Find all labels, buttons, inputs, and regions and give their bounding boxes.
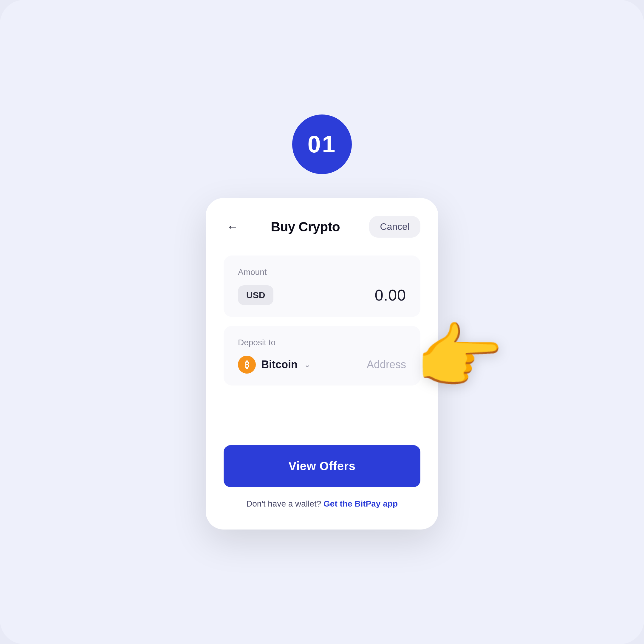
- spacer: [224, 386, 420, 445]
- deposit-label: Deposit to: [238, 338, 406, 347]
- view-offers-button[interactable]: View Offers: [224, 445, 420, 487]
- step-badge: 01: [292, 114, 352, 174]
- currency-badge[interactable]: USD: [238, 285, 273, 305]
- chevron-down-icon: ⌄: [304, 360, 311, 369]
- deposit-row: ₿ Bitcoin ⌄ Address: [238, 356, 406, 374]
- phone-header: ← Buy Crypto Cancel: [224, 216, 420, 238]
- address-placeholder[interactable]: Address: [367, 358, 406, 371]
- amount-section: Amount USD 0.00: [224, 256, 420, 317]
- hand-illustration: 👉: [415, 321, 504, 392]
- amount-value[interactable]: 0.00: [375, 286, 406, 304]
- back-arrow-icon: ←: [227, 220, 239, 233]
- phone-container: ← Buy Crypto Cancel Amount USD 0.00 Depo…: [206, 198, 438, 530]
- bitcoin-icon: ₿: [238, 356, 256, 374]
- step-number: 01: [308, 131, 337, 158]
- amount-row: USD 0.00: [238, 285, 406, 305]
- deposit-section: Deposit to ₿ Bitcoin ⌄ Address: [224, 326, 420, 386]
- page-background: 01 ← Buy Crypto Cancel Amount USD 0.00: [0, 0, 644, 644]
- cancel-button[interactable]: Cancel: [369, 216, 420, 238]
- back-button[interactable]: ←: [224, 218, 241, 236]
- phone-card: ← Buy Crypto Cancel Amount USD 0.00 Depo…: [206, 198, 438, 530]
- page-title: Buy Crypto: [271, 219, 340, 234]
- bitcoin-selector[interactable]: ₿ Bitcoin ⌄: [238, 356, 311, 374]
- bitcoin-symbol: ₿: [245, 360, 249, 370]
- bitcoin-label: Bitcoin: [261, 358, 298, 371]
- get-bitpay-app-link[interactable]: Get the BitPay app: [323, 499, 398, 508]
- amount-label: Amount: [238, 267, 406, 277]
- footer-wallet-text: Don't have a wallet? Get the BitPay app: [224, 499, 420, 509]
- no-wallet-text: Don't have a wallet?: [246, 499, 321, 508]
